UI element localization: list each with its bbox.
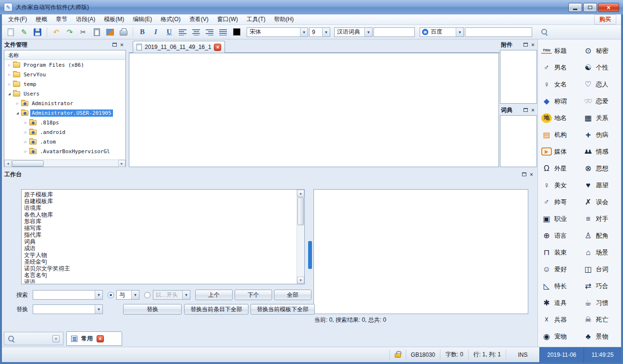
float-panel-button[interactable] <box>521 171 528 178</box>
menu-item[interactable]: 编辑(E) <box>128 14 156 24</box>
new-document-button[interactable] <box>4 26 17 38</box>
expand-arrow-icon[interactable]: ▷ <box>6 63 12 67</box>
match-mode-select[interactable]: 与 <box>116 290 139 300</box>
library-item[interactable]: 圣经金句 <box>24 258 296 265</box>
collapse-arrow-icon[interactable]: ◢ <box>14 111 21 115</box>
sidebar-item-dialogue[interactable]: ◫台词 <box>580 261 622 278</box>
menu-item[interactable]: 梗概 <box>31 14 51 24</box>
close-document-button[interactable]: × <box>214 44 221 51</box>
align-left-button[interactable] <box>176 26 189 38</box>
attachments-list[interactable] <box>500 50 537 104</box>
maximize-button[interactable] <box>583 3 597 12</box>
tree-item[interactable]: ▷.android <box>4 127 125 137</box>
sidebar-item-thought[interactable]: ⊗思想 <box>580 160 622 177</box>
tree-item[interactable]: ▷ServYou <box>4 70 125 79</box>
collapse-arrow-icon[interactable]: ◢ <box>6 92 12 96</box>
web-search-button[interactable] <box>538 26 550 38</box>
library-item[interactable]: 自建模板库 <box>24 198 296 205</box>
sidebar-item-scenery[interactable]: ♣景物 <box>580 328 622 345</box>
sidebar-item-scene[interactable]: ⌂场景 <box>580 244 622 261</box>
sidebar-item-female-name[interactable]: ♀女名 <box>538 76 580 93</box>
scrollbar-thumb[interactable] <box>12 160 44 167</box>
sidebar-item-specialty[interactable]: ◺特长 <box>538 278 580 294</box>
align-right-button[interactable] <box>203 26 216 38</box>
tree-item[interactable]: ▷.atom <box>4 137 125 146</box>
library-item[interactable]: 形容库 <box>24 218 296 225</box>
close-search-tab-button[interactable]: × <box>52 335 60 342</box>
previous-button[interactable]: 上个 <box>195 290 233 300</box>
tree-item[interactable]: ▷Administrator <box>4 98 125 108</box>
close-panel-button[interactable]: × <box>528 171 535 178</box>
sidebar-item-pet[interactable]: ◉宠物 <box>538 328 580 345</box>
close-panel-button[interactable]: × <box>118 41 125 48</box>
library-item[interactable]: 文学人物 <box>24 252 296 258</box>
library-item[interactable]: 语境库 <box>24 205 296 211</box>
search-engine-select[interactable]: 百度 <box>420 27 464 37</box>
sidebar-item-appellation[interactable]: ◆称谓 <box>538 93 580 109</box>
sidebar-item-alien[interactable]: Ω外星 <box>538 160 580 177</box>
bold-button[interactable]: B <box>136 26 149 38</box>
undo-button[interactable]: ↶ <box>50 26 62 38</box>
font-family-select[interactable]: 宋体 <box>247 27 308 37</box>
expand-arrow-icon[interactable]: ▷ <box>23 121 29 125</box>
starts-with-select[interactable]: 以...开头 <box>153 290 190 300</box>
paste-button[interactable] <box>90 26 103 38</box>
italic-button[interactable]: I <box>150 26 162 38</box>
scrollbar-thumb[interactable] <box>298 197 304 225</box>
sidebar-item-beauty[interactable]: ♀美女 <box>538 177 580 194</box>
editor-text-area[interactable] <box>129 53 499 167</box>
expand-arrow-icon[interactable]: ▷ <box>6 73 12 77</box>
edit-button[interactable]: ✎ <box>18 26 30 38</box>
buy-button[interactable]: 购买 <box>594 14 616 24</box>
library-item[interactable]: 各色人物库 <box>24 211 296 218</box>
float-panel-button[interactable] <box>522 41 529 48</box>
sidebar-item-misunderstanding[interactable]: ✗误会 <box>580 194 622 210</box>
sidebar-item-rival[interactable]: ≡对手 <box>580 210 622 227</box>
search-panel-tab[interactable]: × <box>4 332 63 345</box>
expand-arrow-icon[interactable]: ▷ <box>23 149 29 154</box>
match-mode-radio[interactable] <box>108 292 114 298</box>
replace-template-all-button[interactable]: 替换当前模板下全部 <box>250 304 315 315</box>
sidebar-item-relationship[interactable]: ▦关系 <box>580 109 622 126</box>
underline-button[interactable]: U <box>163 26 175 38</box>
close-common-tab-button[interactable]: × <box>97 335 104 342</box>
sidebar-item-romance[interactable]: ♡♡恋爱 <box>580 93 622 109</box>
align-justify-button[interactable] <box>217 26 229 38</box>
sidebar-item-male-name[interactable]: ♂男名 <box>538 59 580 76</box>
library-item[interactable]: 诺贝尔文学奖得主 <box>24 265 296 272</box>
sidebar-item-supporting-role[interactable]: ♙配角 <box>580 227 622 244</box>
menu-item[interactable]: 章节 <box>51 14 72 24</box>
expand-arrow-icon[interactable]: ▷ <box>6 82 12 86</box>
sidebar-item-organization[interactable]: ▤机构 <box>538 126 580 143</box>
sidebar-item-attire[interactable]: ⊓装束 <box>538 244 580 261</box>
tab-common[interactable]: 常用 × <box>66 331 122 346</box>
result-view[interactable] <box>313 189 528 314</box>
menu-item[interactable]: 格式(O) <box>156 14 185 24</box>
expand-arrow-icon[interactable]: ▷ <box>14 101 21 106</box>
replace-entry-all-button[interactable]: 替换当前条目下全部 <box>184 304 249 315</box>
scroll-up-icon[interactable]: ▲ <box>297 190 304 197</box>
sidebar-item-emotion[interactable]: ♟♟情感 <box>580 143 622 160</box>
menu-item[interactable]: 模板(M) <box>100 14 128 24</box>
align-center-button[interactable] <box>190 26 202 38</box>
sidebar-item-handsome[interactable]: ♂帅哥 <box>538 194 580 210</box>
sidebar-item-media[interactable]: ▶媒体 <box>538 143 580 160</box>
replace-term-select[interactable] <box>33 304 103 314</box>
close-panel-button[interactable]: × <box>529 107 536 113</box>
format-painter-button[interactable] <box>104 26 116 38</box>
close-button[interactable]: × <box>598 3 619 12</box>
replace-button[interactable]: 替换 <box>123 304 182 315</box>
tree-item[interactable]: ◢Users <box>4 89 125 98</box>
library-item[interactable]: 原子模板库 <box>24 191 296 198</box>
tree-item[interactable]: ◢Administrator.USER-201905 <box>4 108 125 118</box>
library-item[interactable]: 描写库 <box>24 225 296 231</box>
menu-item[interactable]: 语段(A) <box>72 14 100 24</box>
library-vertical-scrollbar[interactable]: ▲ ▼ <box>297 190 304 284</box>
sidebar-item-place-name[interactable]: 地地名 <box>538 109 580 126</box>
sidebar-item-language[interactable]: ⊕语言 <box>538 227 580 244</box>
sidebar-item-weapon[interactable]: ☓兵器 <box>538 311 580 328</box>
library-item[interactable]: 成语 <box>24 245 296 252</box>
cut-button[interactable]: ✂ <box>77 26 89 38</box>
starts-with-radio[interactable] <box>144 292 150 298</box>
sidebar-item-prop[interactable]: ✱道具 <box>538 294 580 311</box>
